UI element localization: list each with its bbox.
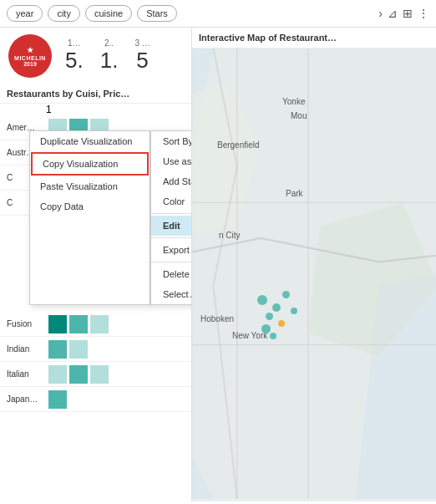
row-cells-italian: [46, 363, 111, 386]
col-header-label: 1: [46, 104, 52, 115]
michelin-brand: MICHELIN: [14, 55, 46, 61]
num-value-3: 5: [136, 48, 148, 74]
map-svg: [192, 48, 436, 499]
num-label-1: 1…: [68, 38, 81, 48]
row-cells-indian: [46, 338, 90, 361]
row-cells-japan: [46, 388, 69, 411]
cell: [90, 365, 109, 384]
map-dot: [291, 308, 297, 314]
michelin-star: ★: [27, 46, 33, 54]
grid-icon[interactable]: ⊞: [403, 7, 413, 20]
num-col-2: 2.. 1.: [100, 38, 119, 74]
ctx-color[interactable]: Color ▶: [151, 191, 191, 211]
cell: [69, 315, 88, 333]
map-label-park: Park: [286, 189, 303, 198]
map-dot: [272, 303, 281, 312]
cell: [48, 365, 67, 384]
map-dot: [266, 313, 273, 320]
menu-copy-data[interactable]: Copy Data: [30, 196, 150, 216]
num-col-1: 1… 5.: [65, 38, 84, 74]
filter-year[interactable]: year: [7, 5, 43, 22]
num-label-3: 3 …: [134, 38, 150, 48]
michelin-numbers: 1… 5. 2.. 1. 3 … 5: [65, 38, 150, 74]
ctx-add-statistics[interactable]: Add Statistics ▶: [151, 171, 191, 191]
map-label-ncity: n City: [219, 231, 241, 240]
cell: [48, 390, 67, 409]
ctx-export[interactable]: Export ▶: [151, 240, 191, 260]
mini-menu: Duplicate Visualization Copy Visualizati…: [29, 130, 150, 305]
more-icon[interactable]: ⋮: [418, 7, 429, 20]
ctx-sort-by[interactable]: Sort By ▶: [151, 131, 191, 151]
ctx-divider-3: [151, 262, 191, 262]
filter-icon[interactable]: ⊿: [388, 7, 398, 20]
row-label-indian: Indian: [0, 344, 46, 354]
map-dot: [282, 291, 290, 298]
cell: [69, 340, 88, 359]
viz-area: Restaurants by Cuisi, Pric… 1 Amer…: [0, 84, 191, 501]
viz-row-fusion: Fusion: [0, 312, 191, 337]
ctx-select-all-label: Select All Visualizations: [163, 289, 191, 299]
ctx-edit-label: Edit: [163, 221, 180, 231]
map-dot: [270, 333, 276, 339]
num-col-3: 3 … 5: [134, 38, 150, 74]
map-title: Interactive Map of Restaurant…: [192, 28, 436, 48]
ctx-color-label: Color: [163, 196, 185, 206]
main-content: ★ MICHELIN 2019 1… 5. 2.. 1. 3 … 5: [0, 28, 436, 501]
cell: [48, 315, 67, 333]
cell: [48, 340, 67, 359]
menu-copy[interactable]: Copy Visualization: [31, 152, 149, 176]
num-value-2: 1.: [100, 48, 119, 74]
ctx-select-all[interactable]: Select All Visualizations: [151, 284, 191, 304]
map-label-hoboken: Hoboken: [200, 314, 234, 323]
filter-stars[interactable]: Stars: [137, 5, 177, 22]
michelin-badge: ★ MICHELIN 2019: [8, 34, 52, 78]
filter-bar: year city cuisine Stars › ⊿ ⊞ ⋮: [0, 0, 436, 28]
viz-row-indian: Indian: [0, 337, 191, 362]
row-cells-fusion: [46, 313, 111, 336]
filter-city[interactable]: city: [48, 5, 80, 22]
cell: [69, 365, 88, 384]
map-dot-orange: [278, 320, 285, 327]
next-icon[interactable]: ›: [378, 7, 383, 20]
ctx-use-as-filter[interactable]: Use as Filter: [151, 151, 191, 171]
ctx-delete-label: Delete Visualization: [163, 269, 191, 279]
map-label-bergenfield: Bergenfield: [217, 140, 260, 150]
map-dot: [257, 295, 267, 305]
filter-cuisine[interactable]: cuisine: [85, 5, 132, 22]
num-value-1: 5.: [65, 48, 84, 74]
ctx-edit[interactable]: Edit ▶: [151, 216, 191, 236]
viz-row-japan: Japan…: [0, 387, 191, 412]
ctx-sort-by-label: Sort By: [163, 136, 191, 146]
michelin-row: ★ MICHELIN 2019 1… 5. 2.. 1. 3 … 5: [0, 28, 191, 84]
row-label-japan: Japan…: [0, 395, 46, 404]
ctx-divider-1: [151, 213, 191, 214]
ctx-delete[interactable]: Delete Visualization: [151, 264, 191, 284]
map-label-mou: Mou: [291, 111, 307, 120]
menu-duplicate[interactable]: Duplicate Visualization: [30, 131, 150, 151]
viz-header: Restaurants by Cuisi, Pric…: [0, 84, 191, 104]
viz-table: 1 Amer… Austr…: [0, 104, 191, 412]
michelin-year: 2019: [23, 61, 37, 67]
num-label-2: 2..: [104, 38, 114, 48]
main-context-menu: Sort By ▶ Use as Filter Add Statistics ▶…: [150, 130, 191, 305]
map-label-yonke: Yonke: [282, 97, 305, 106]
row-label-italian: Italian: [0, 369, 46, 379]
map-area: + − Bergenfield Yonke: [192, 48, 436, 499]
viz-row-italian: Italian: [0, 362, 191, 387]
ctx-use-as-filter-label: Use as Filter: [163, 156, 191, 166]
ctx-add-statistics-label: Add Statistics: [163, 176, 191, 186]
map-dot: [261, 324, 271, 333]
row-label-fusion: Fusion: [0, 319, 46, 328]
right-panel: Interactive Map of Restaurant… + −: [192, 28, 436, 501]
viz-col-header: 1: [0, 104, 191, 115]
cell: [90, 315, 109, 333]
filter-bar-actions: › ⊿ ⊞ ⋮: [378, 7, 429, 20]
context-menu-overlay: Duplicate Visualization Copy Visualizati…: [29, 130, 191, 305]
menu-paste[interactable]: Paste Visualization: [30, 176, 150, 196]
left-panel: ★ MICHELIN 2019 1… 5. 2.. 1. 3 … 5: [0, 28, 192, 501]
ctx-export-label: Export: [163, 245, 190, 255]
ctx-divider-2: [151, 237, 191, 238]
